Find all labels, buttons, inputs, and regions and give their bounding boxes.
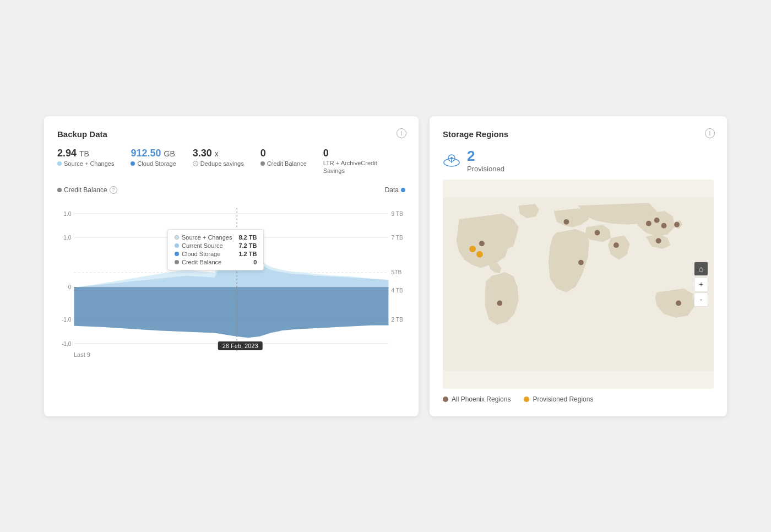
metric-value-cloud: 912.50 GB bbox=[131, 148, 176, 159]
tt-dot-credit bbox=[175, 260, 179, 264]
svg-text:0: 0 bbox=[68, 284, 72, 290]
metric-label-credit: Credit Balance bbox=[260, 160, 307, 167]
map-zoom-in-button[interactable]: + bbox=[694, 277, 708, 291]
backup-data-card: Backup Data i 2.94 TB Source + Changes 9… bbox=[44, 116, 419, 416]
phoenix-dot bbox=[443, 397, 448, 402]
metric-label-source: Source + Changes bbox=[57, 160, 114, 167]
storage-info-icon[interactable]: i bbox=[705, 128, 715, 138]
tooltip-val-cloud: 1.2 TB bbox=[238, 251, 257, 257]
svg-point-35 bbox=[469, 246, 476, 252]
credit-balance-label: Credit Balance ? bbox=[57, 186, 117, 194]
provisioned-count: 2 bbox=[467, 148, 504, 165]
legend-phoenix: All Phoenix Regions bbox=[443, 395, 511, 403]
metric-dedupe: 3.30 x ✓ Dedupe savings bbox=[193, 148, 244, 175]
tooltip-row-credit: Credit Balance 0 bbox=[175, 259, 257, 265]
tt-dot-current bbox=[175, 243, 179, 248]
map-home-button[interactable]: ⌂ bbox=[694, 262, 708, 276]
metrics-row: 2.94 TB Source + Changes 912.50 GB Cloud… bbox=[57, 148, 405, 175]
tooltip-val-source: 8.2 TB bbox=[238, 234, 257, 241]
cloud-icon-wrap bbox=[443, 153, 460, 168]
chart-header: Credit Balance ? Data bbox=[57, 186, 405, 194]
dashboard: Backup Data i 2.94 TB Source + Changes 9… bbox=[0, 100, 771, 433]
svg-text:4 TB: 4 TB bbox=[392, 287, 403, 293]
backup-card-title: Backup Data bbox=[57, 129, 405, 139]
metric-cloud-storage: 912.50 GB Cloud Storage bbox=[131, 148, 176, 175]
metric-source-changes: 2.94 TB Source + Changes bbox=[57, 148, 114, 175]
svg-text:1.0: 1.0 bbox=[63, 235, 71, 241]
tooltip-label-current: Current Source bbox=[175, 242, 223, 249]
svg-point-30 bbox=[661, 222, 667, 228]
date-badge: 26 Feb, 2023 bbox=[218, 341, 263, 350]
svg-text:9 TB: 9 TB bbox=[392, 211, 403, 217]
svg-text:2 TB: 2 TB bbox=[392, 317, 403, 323]
question-icon[interactable]: ? bbox=[110, 186, 117, 194]
svg-text:5TB: 5TB bbox=[392, 269, 402, 275]
check-icon: ✓ bbox=[193, 161, 198, 166]
world-map[interactable]: ⌂ + - bbox=[443, 180, 714, 389]
svg-point-33 bbox=[676, 300, 681, 306]
metric-label-ltr: LTR + ArchiveCreditSavings bbox=[323, 159, 377, 175]
svg-point-31 bbox=[656, 238, 661, 243]
tooltip-label-cloud-tt: Cloud Storage bbox=[175, 251, 220, 257]
svg-text:7 TB: 7 TB bbox=[392, 235, 403, 241]
metric-value-source: 2.94 TB bbox=[57, 148, 114, 159]
tt-dot-source bbox=[175, 235, 179, 240]
svg-point-25 bbox=[578, 259, 584, 265]
x-axis-label: Last 9 bbox=[74, 351, 90, 358]
svg-text:-1.0: -1.0 bbox=[62, 317, 72, 323]
metric-ltr: 0 LTR + ArchiveCreditSavings bbox=[323, 148, 377, 175]
metric-label-dedupe: ✓ Dedupe savings bbox=[193, 160, 244, 167]
provisioned-regions-label: Provisioned Regions bbox=[533, 395, 593, 403]
map-legend: All Phoenix Regions Provisioned Regions bbox=[443, 395, 714, 403]
map-zoom-out-button[interactable]: - bbox=[694, 292, 708, 307]
tooltip-row-cloud: Cloud Storage 1.2 TB bbox=[175, 251, 257, 257]
svg-point-34 bbox=[497, 300, 502, 306]
tooltip-val-current: 7.2 TB bbox=[238, 242, 257, 249]
storage-card-title: Storage Regions bbox=[443, 129, 714, 139]
storage-header: 2 Provisioned bbox=[443, 148, 714, 173]
credit-dot bbox=[260, 161, 265, 166]
svg-point-32 bbox=[674, 221, 680, 227]
metric-value-dedupe: 3.30 x bbox=[193, 148, 244, 159]
map-svg bbox=[443, 180, 714, 389]
svg-point-23 bbox=[479, 241, 485, 246]
cloud-dot bbox=[131, 161, 135, 166]
tt-dot-cloud bbox=[175, 252, 179, 256]
cloud-location-icon bbox=[443, 153, 460, 168]
svg-text:-1.0: -1.0 bbox=[62, 341, 72, 347]
provisioned-dot bbox=[524, 397, 529, 402]
chart-wrapper[interactable]: 1.0 1.0 0 -1.0 -1.0 9 TB 7 TB 5TB 4 TB 2… bbox=[57, 196, 405, 361]
metric-credit: 0 Credit Balance bbox=[260, 148, 307, 175]
chart-tooltip: Source + Changes 8.2 TB Current Source 7… bbox=[167, 229, 264, 270]
svg-point-28 bbox=[646, 220, 651, 226]
tooltip-label-credit-tt: Credit Balance bbox=[175, 259, 221, 265]
cb-dot bbox=[57, 188, 62, 192]
backup-info-icon[interactable]: i bbox=[397, 128, 406, 138]
data-label: Data bbox=[385, 186, 405, 194]
chart-svg: 1.0 1.0 0 -1.0 -1.0 9 TB 7 TB 5TB 4 TB 2… bbox=[57, 196, 405, 361]
tooltip-row-source: Source + Changes 8.2 TB bbox=[175, 234, 257, 241]
storage-regions-card: Storage Regions i 2 Provisioned bbox=[430, 116, 727, 416]
svg-point-20 bbox=[450, 157, 453, 159]
legend-provisioned: Provisioned Regions bbox=[524, 395, 593, 403]
tooltip-label-source: Source + Changes bbox=[175, 234, 232, 241]
chart-container: Credit Balance ? Data bbox=[57, 186, 405, 368]
source-dot bbox=[57, 161, 62, 166]
svg-point-27 bbox=[613, 242, 619, 248]
metric-value-ltr: 0 bbox=[323, 148, 377, 160]
metric-label-cloud: Cloud Storage bbox=[131, 160, 176, 167]
provisioned-label: Provisioned bbox=[467, 165, 504, 173]
data-dot bbox=[401, 188, 405, 192]
tooltip-val-credit: 0 bbox=[253, 259, 257, 265]
svg-text:1.0: 1.0 bbox=[63, 211, 71, 217]
svg-point-36 bbox=[476, 251, 483, 257]
map-controls: ⌂ + - bbox=[694, 262, 708, 307]
tooltip-row-current: Current Source 7.2 TB bbox=[175, 242, 257, 249]
phoenix-label: All Phoenix Regions bbox=[452, 395, 511, 403]
svg-point-26 bbox=[595, 230, 600, 235]
svg-point-24 bbox=[563, 219, 569, 224]
svg-point-29 bbox=[654, 217, 660, 222]
metric-value-credit: 0 bbox=[260, 148, 307, 159]
